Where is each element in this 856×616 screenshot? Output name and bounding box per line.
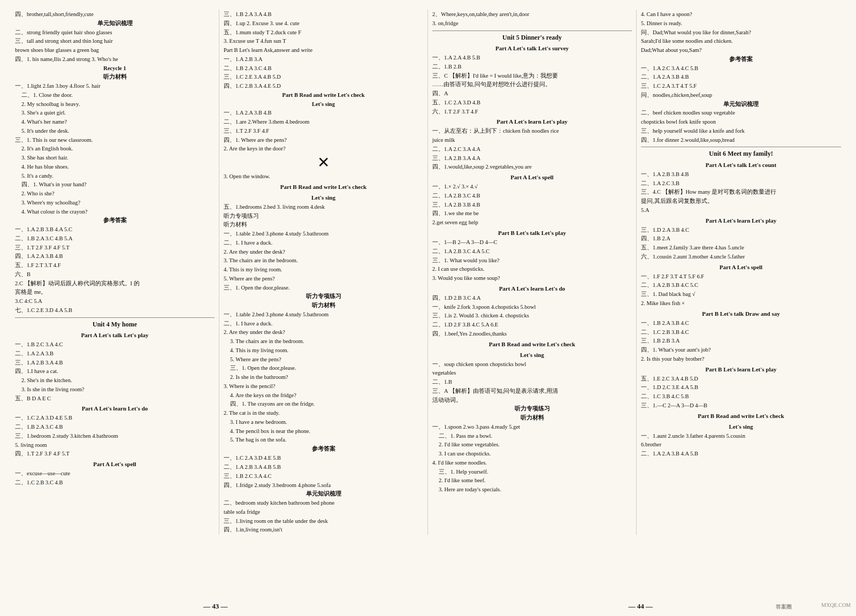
watermark: MXQE.COM [821,602,851,608]
col1-recycle: Recycle 1 [15,64,215,73]
col4-bd3: 三、1.B 2.B 3.A [641,337,841,345]
col2-lm10: 4. Are the keys on the fridge? [224,391,423,400]
col2-lm7: 三、1. Open the door,please. [224,364,423,372]
col4-ur1: 二、beef chicken noodles soup vegetable [641,109,841,117]
col4-line2: 5. Dinner is ready. [641,19,841,28]
col1-pl1: 一、1.C 2.A 3.D 4.E 5.B [15,414,215,422]
col1-l12: 四、1. What's in your hand? [15,180,215,189]
col1-line2: 二、strong friendly quiet hair shoo glasse… [15,28,215,37]
col2-s3: 三、1.T 2.F 3.F 4.F [224,127,423,135]
col2-listen-special: 听力专项练习 [224,292,423,301]
col3-partb-rw-check: Part B Read and write Let's check [432,340,632,349]
col2-ur3: 三、1.living room on the table under the d… [224,517,423,526]
col3-bt4: 2. I can use chopsticks. [432,265,632,273]
col3-u5l5: 四、A [432,89,632,98]
col1-l14: 2. Who is she? [15,189,215,198]
col2-lm6: 5. Where are the pens? [224,355,423,364]
col1-a8: 宾格是 me。 [15,288,215,296]
col3-u5l3: 三、C 【解析】I'd like = I would like,意为：我想要 [432,72,632,80]
col2-lm13: 3. I have a new bedroom. [224,418,423,427]
col3-pl2: juice milk [432,136,632,145]
col2-bc6: 2. Are they under the desk? [224,248,423,256]
col4-a3: 三、1.C 2.A 3.T 4.T 5.F [641,82,841,90]
col1-l10: 4. He has blue shoes. [15,163,215,171]
col3-ls5: 活动动词。 [432,396,632,405]
col2-bc8: 4. This is my living room. [224,265,423,274]
col2-lm12: 2. The cat is in the study. [224,409,423,417]
col1-a1: 一、1.A 2.B 3.B 4.A 5.C [15,225,215,234]
col4-a2: 二、1.A 2.A 3.B 4.B [641,73,841,81]
col3-parta-learn-play: Part A Let's learn Let's play [432,117,632,126]
col4-ans: 参考答案 [641,55,841,64]
col1-pl2: 二、1.B 2.A 3.C 4.B [15,423,215,431]
col4-partb-learn-play: Part B Let's learn Let's play [641,365,841,374]
col2-line4: 3. Excuse use T 4.fun sun T [224,37,423,45]
col1-listen: 听力材料 [15,73,215,81]
col2-s6: 3. Open the window. [224,172,423,181]
col2-ur1: 二、bedroom study kitchen bathroom bed pho… [224,499,423,507]
col3-u5l1: 一、1.A 2.A 4.B 5.B [432,54,632,62]
col4-u6l4: 提问,其后跟名词复数形式。 [641,197,841,206]
col2-lm15: 5. The bag is on the sofa. [224,436,423,444]
col2-line8: 三、1.C 2.E 3.A 4.B 5.D [224,73,423,81]
col2-bc3: 听力材料 [224,220,423,229]
col3-parta-learn-do: Part A Let's learn Let's do [432,284,632,293]
col4-line1: 4. Can I have a spoon? [641,10,841,19]
col1-u4l8: 五、B D A E C [15,394,215,403]
col3-ps2: 二、1.A 2.B 3.C 4.B [432,192,632,200]
col2-line5: Part B Let's learn Ask,answer and write [224,46,423,55]
column-1: 四、brother,tall,short,friendly,cute 单元知识梳… [11,10,219,535]
col1-l4: 3. She's a quiet girl. [15,109,215,117]
col2-partb-check: Let's sing [224,193,423,202]
col3-ld3: 三、1.is 2. Would 3. chicken 4. chopsticks [432,311,632,320]
col1-a6: 六、B [15,270,215,279]
col2-bc9: 5. Where are the pens? [224,275,423,283]
logo: 答案圈 [776,603,792,611]
col1-l3: 2. My schoolbag is heavy. [15,100,215,109]
col4-blp4: 三、1.—C 2—A 3—D 4—B [641,401,841,410]
col2-listen-mat: 听力材料 [224,301,423,310]
col4-pl3: 五、1.meet 2.family 3.are there 4.has 5.un… [641,244,841,252]
col2-line3: 五、1.mum study T 2.duck cute F [224,28,423,37]
col2-am2: 二、1.A 2.B 3.A 4.B 5.B [224,463,423,471]
col1-l11: 5. It's a candy. [15,172,215,180]
col2-s2: 二、1.are 2.Where 3.them 4.bedroom [224,118,423,126]
col1-l16: 4. What colour is the crayon? [15,208,215,216]
col3-ps3: 三、1.A 2.B 3.B 4.B [432,201,632,209]
col3-ld4: 二、1.D 2.F 3.B 4.C 5.A 6.E [432,321,632,329]
col3-listen-mat2: 听力材料 [432,414,632,422]
col2-lm1: 一、1.table 2.bed 3.phone 4.study 5.bathro… [224,310,423,319]
col4-a4: 问、noodles,chicken,beef,soup [641,91,841,100]
col3-letssing: Let's sing [432,351,632,360]
col2-cross-icon: ✕ [224,155,423,170]
col4-ls3: 二、1.A 2.A 3.B 4.A 5.B [641,450,841,458]
col4-pl4: 六、1.cousin 2.aunt 3.mother 4.uncle 5.fat… [641,253,841,261]
col1-pl5: 四、1.T 2.F 3.F 4.F 5.T [15,450,215,458]
col2-lm4: 3. The chairs are in the bedroom. [224,337,423,346]
col2-am1: 一、1.C 2.A 3.D 4.E 5.B [224,454,423,462]
col2-lm9: 3. Where is the pencil? [224,382,423,391]
col2-bc10: 三、1. Open the door,please. [224,284,423,292]
col3-u5l7: 六、1.T 2.F 3.T 4.F [432,108,632,116]
col3-ps1: 一、1.× 2.√ 3.× 4.√ [432,182,632,191]
page-num-44: — 44 — [629,602,653,611]
col2-s1: 一、1.A 2.A 3.B 4.B [224,109,423,117]
col4-pl2: 四、1.B 2.A [641,234,841,243]
col3-bt1: 一、1—B 2—A 3—D 4—C [432,238,632,247]
col1-l8: 2. It's an English book. [15,145,215,153]
col1-u4l2: 二、1.A 2.A 3.B [15,349,215,358]
col1-l15: 3. Where's my schoolbag? [15,199,215,207]
page-num-43: — 43 — [203,602,228,611]
col1-l5: 4. What's her name? [15,118,215,126]
col4-ps2: 二、1.A 2.B 3.B 4.C 5.C [641,281,841,290]
col1-ps2: 二、1.C 2.B 3.C 4.B [15,478,215,487]
col3-line1: 2、Where,keys,on,table,they aren't,in,doo… [432,10,632,19]
col2-lm14: 4. The pencil box is near the phone. [224,427,423,436]
col1-parta-spell: Part A Let's spell [15,460,215,469]
col1-title1: 单元知识梳理 [15,19,215,28]
col1-a7: 2.C 【解析】动词后跟人称代词的宾格形式。I 的 [15,279,215,288]
col4-blp3: 二、1.C 3.B 4.C 5.B [641,392,841,401]
col4-letssing: Let's sing [641,422,841,431]
col3-listen-special2: 听力专项练习 [432,405,632,413]
col2-am4: 四、1.fridge 2.study 3.bedroom 4.phone 5.s… [224,481,423,490]
